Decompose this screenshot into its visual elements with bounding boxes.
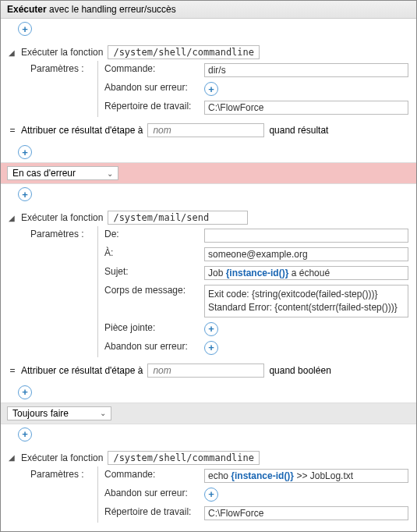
param-abort-label: Abandon sur erreur: (104, 341, 198, 352)
assign-name-input[interactable] (147, 123, 264, 137)
add-step-row-always: + (1, 424, 416, 445)
on-error-section: En cas d'erreur ⌄ (1, 162, 416, 184)
assign-suffix: quand booléen (269, 365, 330, 376)
step-2: ◢ Exécuter la fonction /system/mail/send… (1, 204, 416, 360)
assign-name-input[interactable] (147, 364, 264, 378)
add-step-button[interactable]: + (18, 187, 32, 201)
function-path-input[interactable]: /system/shell/commandline (108, 45, 260, 59)
always-selector[interactable]: Toujours faire ⌄ (7, 406, 111, 420)
param-wd-label: Répertoire de travail: (104, 506, 198, 517)
parameters-label: Paramètres : (30, 466, 93, 523)
always-value: Toujours faire (12, 408, 69, 419)
panel-header: Exécuter avec le handling erreur/succès (1, 1, 416, 19)
add-step-button[interactable]: + (18, 145, 32, 159)
chevron-down-icon: ⌄ (107, 169, 113, 178)
add-step-row-error: + (1, 184, 416, 204)
param-abort-label: Abandon sur erreur: (104, 488, 198, 498)
add-step-row-after-1: + (1, 142, 416, 162)
param-wd-input[interactable]: C:\FlowForce (204, 506, 408, 520)
param-body-label: Corps de message: (104, 285, 198, 296)
param-body-input[interactable]: Exit code: {string(exitcode(failed-step(… (204, 285, 408, 317)
chevron-down-icon: ⌄ (100, 409, 106, 417)
always-section: Toujours faire ⌄ (1, 403, 416, 424)
execute-function-label: Exécuter la fonction (21, 212, 103, 223)
assign-label: Attribuer ce résultat d'étape à (21, 125, 143, 136)
collapse-toggle[interactable]: ◢ (9, 214, 16, 222)
param-abort-add[interactable]: + (204, 82, 218, 96)
add-step-button[interactable]: + (18, 22, 32, 36)
add-step-row-after-2: + (1, 382, 416, 403)
param-command-input[interactable]: echo {instance-id()} >> JobLog.txt (204, 469, 408, 483)
header-title-bold: Exécuter (7, 4, 47, 15)
function-path-input[interactable]: /system/mail/send (108, 211, 248, 225)
add-step-row: + (1, 19, 416, 39)
param-command-label: Commande: (104, 63, 198, 74)
param-wd-label: Répertoire de travail: (104, 101, 198, 112)
param-from-label: De: (104, 229, 198, 239)
param-to-input[interactable]: someone@example.org (204, 247, 408, 261)
add-step-button[interactable]: + (18, 427, 32, 442)
param-abort-add[interactable]: + (204, 488, 218, 502)
param-attach-label: Pièce jointe: (104, 322, 198, 333)
param-to-label: À: (104, 247, 198, 258)
assign-label: Attribuer ce résultat d'étape à (21, 365, 143, 376)
add-step-button[interactable]: + (18, 385, 32, 399)
on-error-value: En cas d'erreur (12, 168, 76, 179)
step-1: ◢ Exécuter la fonction /system/shell/com… (1, 39, 416, 120)
collapse-toggle[interactable]: ◢ (9, 453, 16, 462)
collapse-toggle[interactable]: ◢ (9, 48, 16, 57)
parameters-label: Paramètres : (30, 61, 93, 117)
function-path-input[interactable]: /system/shell/commandline (108, 451, 260, 465)
param-subject-label: Sujet: (104, 266, 198, 277)
param-attach-add[interactable]: + (204, 322, 218, 336)
param-command-label: Commande: (104, 469, 198, 480)
on-error-selector[interactable]: En cas d'erreur ⌄ (7, 166, 118, 180)
header-title-rest: avec le handling erreur/succès (47, 4, 176, 15)
assign-row-1: = Attribuer ce résultat d'étape à quand … (1, 120, 416, 142)
equals-icon: = (9, 125, 16, 136)
execute-function-label: Exécuter la fonction (21, 452, 103, 463)
execute-function-label: Exécuter la fonction (21, 47, 103, 58)
param-from-input[interactable] (204, 229, 408, 243)
param-abort-add[interactable]: + (204, 341, 218, 355)
assign-row-2: = Attribuer ce résultat d'étape à quand … (1, 360, 416, 382)
parameters-label: Paramètres : (30, 226, 93, 357)
equals-icon: = (9, 365, 16, 376)
param-abort-label: Abandon sur erreur: (104, 82, 198, 93)
param-subject-input[interactable]: Job {instance-id()} a échoué (204, 266, 408, 280)
assign-suffix: quand résultat (269, 125, 328, 136)
step-3: ◢ Exécuter la fonction /system/shell/com… (1, 445, 416, 526)
param-command-input[interactable]: dir/s (204, 63, 408, 77)
param-wd-input[interactable]: C:\FlowForce (204, 101, 408, 115)
